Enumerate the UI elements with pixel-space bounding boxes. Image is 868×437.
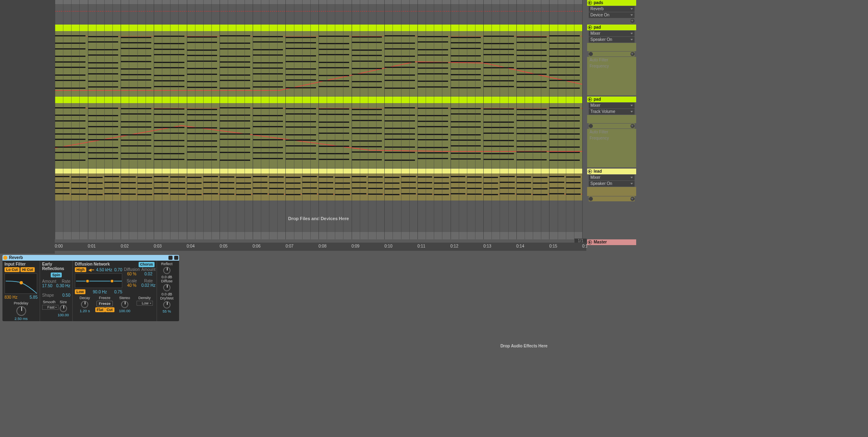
drop-audio-effects-hint[interactable]: Drop Audio Effects Here: [180, 255, 868, 437]
add-lane-button[interactable]: [630, 19, 635, 23]
param-label: Frequency: [590, 136, 609, 140]
ruler-tick: 0:08: [318, 244, 326, 248]
shelf-display[interactable]: [75, 273, 122, 288]
track-fold-icon[interactable]: [588, 25, 592, 29]
left-gutter: [0, 0, 55, 254]
spin-button[interactable]: Spin: [51, 273, 62, 277]
track-fold-icon[interactable]: [588, 169, 592, 173]
arrangement-timeline[interactable]: /*grid drawn below via cloned divs*/: [0, 0, 587, 254]
hi-freq-value[interactable]: 5.85: [30, 295, 38, 300]
predelay-knob[interactable]: [16, 306, 26, 316]
diffusion-value[interactable]: 60 %: [124, 272, 140, 276]
track-fold-icon[interactable]: [588, 240, 592, 244]
knob-value[interactable]: 2.50 ms: [4, 317, 38, 321]
section-title: Input Filter: [4, 262, 38, 266]
track-title: Master: [594, 240, 607, 244]
add-lane-button[interactable]: [630, 124, 635, 128]
device-chooser[interactable]: Mixer: [589, 175, 635, 180]
stereo-knob[interactable]: [121, 301, 128, 308]
param-label: Frequency: [590, 64, 609, 68]
track-title: pads: [594, 0, 603, 5]
track-header-pads[interactable]: pads Reverb Device On: [587, 0, 636, 24]
tracks-area[interactable]: /*grid drawn below via cloned divs*/: [55, 0, 582, 239]
track-fold-icon[interactable]: [588, 1, 592, 5]
device-chooser[interactable]: Mixer: [589, 103, 635, 108]
locut-button[interactable]: Lo Cut: [4, 267, 20, 272]
param-label: Auto Filter: [587, 129, 636, 135]
shape-value[interactable]: 0.50: [63, 293, 70, 297]
lane-toggle[interactable]: [589, 52, 593, 56]
diffusion-network-section: Diffusion Network Chorus High◀━4.50 kHz0…: [73, 261, 157, 321]
early-reflections-section: Early Reflections Spin AmountRate 17.500…: [40, 261, 73, 321]
param-chooser[interactable]: Speaker On: [589, 181, 635, 187]
ruler-tick: 0:09: [352, 244, 359, 248]
track-header-lead[interactable]: lead Mixer Speaker On: [587, 169, 636, 202]
ruler-tick: 0:02: [121, 244, 128, 248]
track-title: pad: [594, 97, 601, 101]
ruler-tick: 0:05: [220, 244, 227, 248]
param-chooser[interactable]: Track Volume: [589, 109, 635, 115]
track-header-pad-2[interactable]: pad Mixer Track Volume Auto Filter Frequ…: [587, 97, 636, 167]
device-chooser[interactable]: Mixer: [589, 31, 635, 36]
hicut-button[interactable]: Hi Cut: [20, 267, 35, 272]
cut-button[interactable]: Cut: [105, 307, 114, 312]
reverb-device[interactable]: Reverb Input Filter Lo Cut Hi Cut 830 Hz…: [2, 255, 179, 321]
smooth-select[interactable]: Fast: [42, 305, 58, 310]
chorus-button[interactable]: Chorus: [139, 262, 155, 267]
track-title: lead: [594, 169, 602, 173]
high-shelf-button[interactable]: High: [75, 267, 86, 272]
ruler-tick: 0:13: [483, 244, 491, 248]
time-ruler[interactable]: 0:000:010:020:030:040:050:060:070:080:09…: [55, 243, 586, 251]
lo-freq-value[interactable]: 830 Hz: [4, 295, 18, 300]
ruler-tick: 0:03: [154, 244, 161, 248]
ruler-tick: 0:00: [55, 244, 63, 248]
ruler-tick: 0:01: [88, 244, 96, 248]
ruler-tick: 0:07: [285, 244, 293, 248]
lane-toggle[interactable]: [589, 197, 593, 201]
svg-point-0: [20, 281, 23, 284]
device-collapse-button[interactable]: [174, 256, 178, 260]
track-title: pad: [594, 25, 601, 29]
ruler-tick: 0:14: [516, 244, 524, 248]
er-rate-value[interactable]: 0.30 Hz: [56, 284, 70, 288]
add-lane-button[interactable]: [630, 197, 635, 201]
drywet-knob[interactable]: [163, 301, 170, 309]
ruler-tick: 0:11: [417, 244, 425, 248]
track-header-pad-1[interactable]: pad Mixer Speaker On Auto Filter Frequen…: [587, 25, 636, 95]
track-sidebar: pads Reverb Device On pad Mixer Speaker …: [587, 0, 636, 254]
ruler-tick: 0:10: [384, 244, 392, 248]
track-fold-icon[interactable]: [588, 97, 592, 101]
er-amount-value[interactable]: 17.50: [42, 284, 52, 288]
track-header-master[interactable]: Master: [587, 239, 636, 245]
ruler-tick: 0:06: [253, 244, 260, 248]
device-save-button[interactable]: [168, 256, 173, 260]
scale-value[interactable]: 40 %: [124, 283, 140, 288]
lane-toggle[interactable]: [589, 124, 593, 128]
mod-rate-value[interactable]: 0.02 Hz: [141, 283, 155, 288]
freeze-button[interactable]: Freeze: [96, 301, 113, 306]
section-title: Diffusion Network: [75, 262, 110, 266]
ruler-tick: 0:15: [549, 244, 557, 248]
size-knob[interactable]: [60, 305, 67, 312]
param-chooser[interactable]: Device On: [589, 12, 635, 18]
param-chooser[interactable]: Speaker On: [589, 37, 635, 43]
reflect-knob[interactable]: [163, 267, 170, 274]
flat-button[interactable]: Flat: [95, 307, 105, 312]
diffuse-knob[interactable]: [163, 284, 170, 291]
knob-label: Predelay: [4, 301, 38, 305]
device-title: Reverb: [9, 255, 23, 260]
svg-point-2: [110, 279, 114, 283]
decay-knob[interactable]: [81, 301, 88, 308]
low-shelf-button[interactable]: Low: [75, 289, 85, 294]
add-lane-button[interactable]: [630, 52, 635, 56]
svg-point-1: [86, 279, 89, 283]
input-filter-section: Input Filter Lo Cut Hi Cut 830 Hz5.85 Pr…: [2, 261, 40, 321]
device-title-bar[interactable]: Reverb: [2, 255, 179, 261]
eq-display[interactable]: [4, 273, 37, 294]
mod-amount-value[interactable]: 0.02: [141, 272, 155, 276]
device-chooser[interactable]: Reverb: [589, 6, 635, 12]
ruler-tick: 0:04: [187, 244, 195, 248]
section-title: Early Reflections: [42, 262, 70, 271]
device-on-button[interactable]: [3, 256, 7, 260]
density-select[interactable]: Low: [137, 301, 153, 306]
